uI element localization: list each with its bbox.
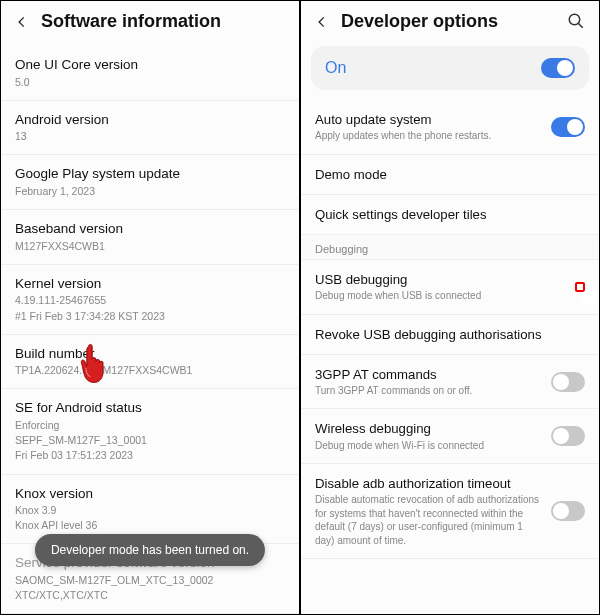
toast: Developer mode has been turned on. [35, 534, 265, 566]
left-pane: Software information One UI Core version… [0, 0, 300, 615]
svg-point-0 [569, 14, 580, 25]
list-item[interactable]: Revoke USB debugging authorisations [301, 315, 599, 355]
list-item[interactable]: Wireless debuggingDebug mode when Wi-Fi … [301, 409, 599, 464]
item-subtitle: Enforcing [15, 418, 285, 432]
item-subtitle: Apply updates when the phone restarts. [315, 129, 543, 143]
item-title: Revoke USB debugging authorisations [315, 326, 577, 343]
item-title: Android version [15, 111, 285, 129]
header: Developer options [301, 1, 599, 46]
list-item[interactable]: Disable adb authorization timeoutDisable… [301, 464, 599, 559]
item-subtitle: SAOMC_SM-M127F_OLM_XTC_13_0002 [15, 573, 285, 587]
toggle[interactable] [551, 372, 585, 392]
list-item[interactable]: Kernel version4.19.111-25467655#1 Fri Fe… [1, 265, 299, 335]
back-icon[interactable] [13, 13, 31, 31]
search-icon[interactable] [567, 12, 587, 32]
page-title: Software information [41, 11, 221, 32]
item-subtitle: 13 [15, 129, 285, 143]
item-subtitle: M127FXXS4CWB1 [15, 239, 285, 253]
highlight-box [575, 282, 585, 292]
list-item[interactable]: Android version13 [1, 101, 299, 156]
item-subtitle: Fri Feb 03 17:51:23 2023 [15, 448, 285, 462]
list-item[interactable]: Baseband versionM127FXXS4CWB1 [1, 210, 299, 265]
page-title: Developer options [341, 11, 498, 32]
item-title: Kernel version [15, 275, 285, 293]
section-debugging: Debugging [301, 235, 599, 260]
master-toggle[interactable] [541, 58, 575, 78]
item-subtitle: 4.19.111-25467655 [15, 293, 285, 307]
item-title: Baseband version [15, 220, 285, 238]
item-subtitle: Debug mode when USB is connected [315, 289, 567, 303]
list-item[interactable]: Google Play system updateFebruary 1, 202… [1, 155, 299, 210]
item-subtitle: Knox 3.9 [15, 503, 285, 517]
cursor-pointer-icon [76, 341, 112, 386]
item-title: Demo mode [315, 166, 577, 183]
item-subtitle: February 1, 2023 [15, 184, 285, 198]
list-item[interactable]: Quick settings developer tiles [301, 195, 599, 235]
toggle[interactable] [551, 426, 585, 446]
dev-options-list-2: USB debuggingDebug mode when USB is conn… [301, 260, 599, 559]
dev-options-list-1: Auto update systemApply updates when the… [301, 100, 599, 235]
svg-line-1 [578, 23, 583, 28]
item-subtitle: Knox API level 36 [15, 518, 285, 532]
item-subtitle: XTC/XTC,XTC/XTC [15, 588, 285, 602]
item-title: Knox version [15, 485, 285, 503]
item-title: One UI Core version [15, 56, 285, 74]
list-item[interactable]: One UI Core version5.0 [1, 46, 299, 101]
list-item[interactable]: Demo mode [301, 155, 599, 195]
item-title: Disable adb authorization timeout [315, 475, 543, 492]
item-subtitle: SEPF_SM-M127F_13_0001 [15, 433, 285, 447]
list-item[interactable]: SE for Android statusEnforcingSEPF_SM-M1… [1, 389, 299, 474]
item-title: Auto update system [315, 111, 543, 128]
item-subtitle: TP1A.220624.014.M127FXXS4CWB1 [15, 363, 285, 377]
item-subtitle: 5.0 [15, 75, 285, 89]
item-title: Build number [15, 345, 285, 363]
list-item[interactable]: USB debuggingDebug mode when USB is conn… [301, 260, 599, 315]
right-pane: Developer options On Auto update systemA… [300, 0, 600, 615]
item-subtitle: Disable automatic revocation of adb auth… [315, 493, 543, 547]
list-item[interactable]: 3GPP AT commandsTurn 3GPP AT commands on… [301, 355, 599, 410]
item-subtitle: #1 Fri Feb 3 17:34:28 KST 2023 [15, 309, 285, 323]
item-title: Wireless debugging [315, 420, 543, 437]
master-toggle-row[interactable]: On [311, 46, 589, 90]
item-title: 3GPP AT commands [315, 366, 543, 383]
item-subtitle: Turn 3GPP AT commands on or off. [315, 384, 543, 398]
master-toggle-label: On [325, 59, 346, 77]
list-item[interactable]: Build numberTP1A.220624.014.M127FXXS4CWB… [1, 335, 299, 390]
item-subtitle: Debug mode when Wi-Fi is connected [315, 439, 543, 453]
item-title: SE for Android status [15, 399, 285, 417]
item-title: USB debugging [315, 271, 567, 288]
item-title: Quick settings developer tiles [315, 206, 577, 223]
toggle[interactable] [551, 501, 585, 521]
item-title: Google Play system update [15, 165, 285, 183]
header: Software information [1, 1, 299, 46]
back-icon[interactable] [313, 13, 331, 31]
toggle[interactable] [551, 117, 585, 137]
list-item[interactable]: Auto update systemApply updates when the… [301, 100, 599, 155]
software-info-list: One UI Core version5.0Android version13G… [1, 46, 299, 614]
